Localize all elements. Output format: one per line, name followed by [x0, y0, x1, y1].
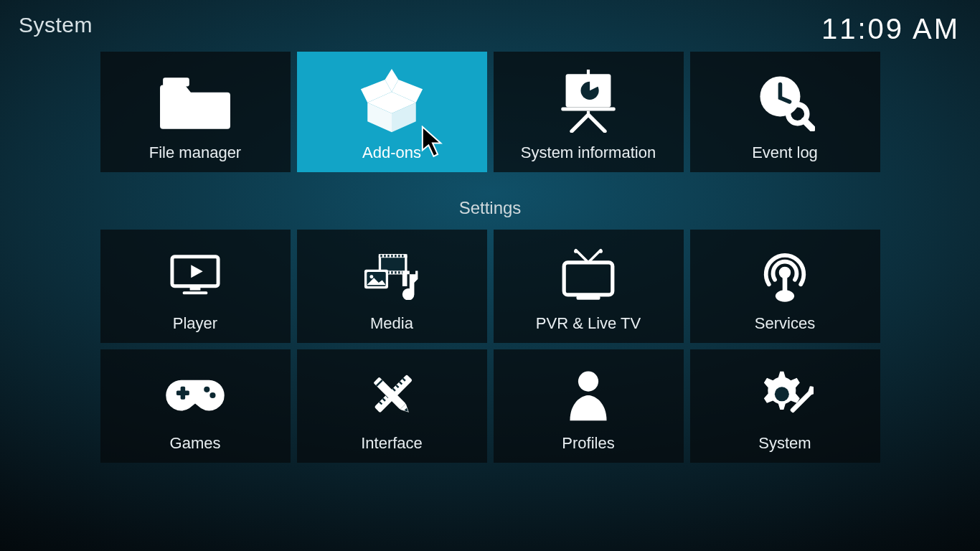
svg-rect-31 — [391, 271, 392, 273]
svg-rect-0 — [163, 77, 189, 86]
svg-rect-44 — [181, 387, 186, 400]
svg-rect-23 — [387, 255, 389, 257]
gamepad-icon — [106, 359, 285, 431]
svg-point-37 — [369, 275, 373, 278]
settings-row-1: Player Media PVR & Live TV — [100, 230, 880, 343]
open-box-icon — [303, 62, 481, 141]
tile-services[interactable]: Services — [690, 230, 880, 343]
tile-pvr-live-tv[interactable]: PVR & Live TV — [494, 230, 684, 343]
settings-row-2: Games Interface Profiles — [100, 349, 880, 463]
system-top-row: File manager Add-ons System information — [100, 52, 880, 172]
svg-rect-21 — [380, 255, 382, 257]
header-bar: System 11:09 AM — [19, 13, 960, 45]
tile-label: Player — [173, 314, 217, 333]
page-title: System — [19, 13, 93, 37]
tile-label: Event log — [752, 143, 818, 162]
svg-rect-24 — [391, 255, 392, 257]
svg-point-39 — [599, 250, 603, 253]
tile-interface[interactable]: Interface — [297, 349, 487, 463]
monitor-play-icon — [106, 240, 285, 311]
tile-event-log[interactable]: Event log — [690, 52, 880, 172]
svg-rect-27 — [402, 255, 403, 257]
svg-rect-33 — [398, 271, 400, 273]
svg-rect-15 — [190, 287, 201, 290]
tile-player[interactable]: Player — [100, 230, 291, 343]
svg-rect-9 — [587, 70, 590, 75]
svg-point-61 — [775, 387, 789, 401]
tile-label: PVR & Live TV — [536, 314, 641, 333]
tile-system[interactable]: System — [690, 349, 880, 463]
svg-point-45 — [204, 387, 209, 392]
system-panel: File manager Add-ons System information — [0, 52, 980, 463]
tile-label: Media — [370, 314, 413, 333]
tile-profiles[interactable]: Profiles — [494, 349, 684, 463]
svg-point-42 — [779, 267, 791, 278]
tile-label: File manager — [149, 143, 241, 162]
tile-label: Services — [755, 314, 815, 333]
tile-games[interactable]: Games — [100, 349, 291, 463]
svg-rect-40 — [564, 263, 613, 295]
clock-search-icon — [696, 62, 875, 141]
media-collage-icon — [303, 240, 481, 311]
broadcast-icon — [696, 240, 875, 311]
svg-rect-8 — [561, 107, 615, 110]
tile-add-ons[interactable]: Add-ons — [297, 52, 487, 172]
tile-label: Interface — [361, 434, 423, 453]
svg-rect-22 — [384, 255, 385, 257]
tile-file-manager[interactable]: File manager — [100, 52, 291, 172]
svg-point-60 — [578, 372, 598, 392]
svg-rect-25 — [395, 255, 396, 257]
tile-label: Profiles — [562, 434, 614, 453]
folder-icon — [106, 62, 285, 141]
tile-label: Add-ons — [362, 143, 421, 162]
easel-chart-icon — [499, 62, 678, 141]
svg-rect-32 — [395, 271, 396, 273]
tile-media[interactable]: Media — [297, 230, 487, 343]
svg-rect-16 — [183, 291, 208, 294]
svg-rect-41 — [577, 296, 600, 300]
svg-marker-14 — [191, 265, 202, 278]
clock: 11:09 AM — [821, 13, 960, 45]
tv-antenna-icon — [499, 240, 678, 311]
ruler-pencil-icon — [303, 359, 481, 431]
tile-label: System information — [521, 143, 656, 162]
svg-point-46 — [209, 392, 215, 398]
tile-label: Games — [170, 434, 221, 453]
settings-heading: Settings — [459, 198, 522, 218]
tile-system-information[interactable]: System information — [494, 52, 684, 172]
gear-wrench-icon — [696, 359, 875, 431]
person-icon — [499, 359, 678, 431]
svg-rect-26 — [398, 255, 400, 257]
svg-point-38 — [574, 250, 578, 253]
tile-label: System — [758, 434, 811, 453]
